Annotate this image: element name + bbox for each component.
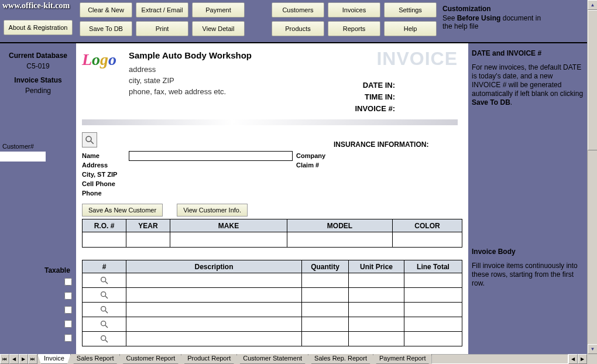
svg-point-4 (101, 292, 106, 297)
tab-product-report[interactable]: Product Report (181, 354, 237, 364)
svg-line-1 (91, 141, 94, 144)
date-labels: DATE IN: TIME IN: INVOICE #: (355, 80, 395, 115)
table-row (83, 273, 462, 288)
svg-point-6 (101, 307, 106, 311)
customer-search-icon[interactable] (82, 132, 97, 147)
left-panel: Current Database C5-019 Invoice Status P… (0, 43, 76, 107)
col-ro: R.O. # (83, 219, 126, 232)
customer-fields: Name Address City, ST ZIP Cell Phone Pho… (82, 151, 117, 198)
taxable-check-4[interactable] (64, 320, 72, 328)
invoices-button[interactable]: Invoices (328, 2, 380, 18)
taxable-label: Taxable (44, 266, 70, 274)
view-detail-button[interactable]: View Detail (192, 21, 245, 36)
col-price: Unit Price (349, 260, 404, 273)
svg-point-10 (101, 336, 106, 341)
svg-point-0 (86, 136, 91, 142)
table-row (83, 303, 462, 317)
scroll-left-icon[interactable]: ◀ (568, 354, 578, 364)
vertical-scrollbar[interactable]: ▲ ▼ (587, 0, 597, 354)
svg-line-7 (105, 311, 108, 313)
sheet-prev-icon[interactable]: ◀ (9, 354, 19, 364)
svg-point-2 (101, 277, 106, 282)
insurance-header: INSURANCE INFORMATION: (334, 140, 428, 149)
sheet-first-icon[interactable]: ⏮ (0, 354, 9, 364)
invoice-status-value: Pending (2, 87, 74, 95)
sheet-tabs: Invoice Sales Report Customer Report Pro… (37, 354, 431, 364)
svg-point-8 (101, 321, 106, 326)
col-color: COLOR (393, 219, 462, 232)
scroll-thumb[interactable] (588, 10, 597, 150)
reports-button[interactable]: Reports (328, 21, 380, 36)
company-name: Sample Auto Body Workshop (129, 50, 252, 60)
item-search-icon[interactable] (83, 273, 126, 288)
col-year: YEAR (126, 219, 170, 232)
col-make: MAKE (170, 219, 287, 232)
tab-sales-rep-report[interactable]: Sales Rep. Report (308, 354, 373, 364)
tab-customer-report[interactable]: Customer Report (119, 354, 181, 364)
tab-invoice[interactable]: Invoice (37, 354, 71, 364)
tab-sales-report[interactable]: Sales Report (70, 354, 121, 364)
right-help-panel: DATE and INVOICE # For new invoices, the… (468, 43, 587, 305)
logo-icon: Logo (82, 50, 123, 91)
current-db-value: C5-019 (2, 62, 74, 70)
customization-help: Customization See Before Using document … (440, 2, 551, 40)
svg-line-9 (105, 325, 108, 328)
col-model: MODEL (287, 219, 393, 232)
corner (587, 354, 597, 364)
taxable-check-2[interactable] (64, 292, 72, 300)
hscroll-track[interactable] (431, 354, 568, 364)
svg-line-11 (105, 340, 108, 342)
svg-line-3 (105, 281, 108, 284)
scroll-up-icon[interactable]: ▲ (588, 0, 597, 10)
tab-payment-report[interactable]: Payment Report (373, 354, 432, 364)
item-search-icon[interactable] (83, 288, 126, 303)
customer-number-input[interactable] (0, 152, 46, 162)
save-to-db-button[interactable]: Save To DB (80, 21, 132, 36)
sheet-last-icon[interactable]: ⏭ (28, 354, 37, 364)
invoice-status-label: Invoice Status (2, 76, 74, 84)
col-num: # (83, 260, 126, 273)
col-qty: Quantity (302, 260, 349, 273)
print-button[interactable]: Print (136, 21, 188, 36)
table-row (83, 317, 462, 332)
help-button[interactable]: Help (384, 21, 437, 36)
url-bar: www.office-kit.com (2, 1, 70, 11)
view-customer-info-button[interactable]: View Customer Info. (177, 204, 248, 217)
taxable-check-1[interactable] (64, 278, 72, 286)
taxable-check-5[interactable] (64, 334, 72, 342)
scroll-down-icon[interactable]: ▼ (588, 344, 597, 354)
save-as-new-customer-button[interactable]: Save As New Customer (82, 204, 163, 217)
products-button[interactable]: Products (272, 21, 324, 36)
items-table: # Description Quantity Unit Price Line T… (82, 260, 462, 346)
scroll-right-icon[interactable]: ▶ (578, 354, 587, 364)
invoice-sheet: Logo Sample Auto Body Workshop address c… (76, 43, 468, 354)
payment-button[interactable]: Payment (192, 2, 245, 18)
col-total: Line Total (404, 260, 462, 273)
current-db-label: Current Database (2, 51, 74, 60)
settings-button[interactable]: Settings (384, 2, 437, 18)
table-row (83, 332, 462, 346)
insurance-fields: Company Claim # (296, 151, 325, 170)
gradient-divider (82, 119, 458, 125)
svg-line-5 (105, 296, 108, 298)
customer-name-input[interactable] (129, 151, 293, 161)
vehicle-table: R.O. # YEAR MAKE MODEL COLOR (82, 219, 462, 248)
extract-email-button[interactable]: Extract / Email (136, 2, 188, 18)
tab-customer-statement[interactable]: Customer Statement (236, 354, 308, 364)
sheet-next-icon[interactable]: ▶ (19, 354, 28, 364)
item-search-icon[interactable] (83, 332, 126, 346)
clear-new-button[interactable]: Clear & New (80, 2, 132, 18)
col-desc: Description (126, 260, 302, 273)
item-search-icon[interactable] (83, 303, 126, 317)
invoice-title: INVOICE (376, 48, 458, 70)
taxable-checkboxes (64, 278, 72, 342)
customers-button[interactable]: Customers (272, 2, 324, 18)
company-info: Sample Auto Body Workshop address city, … (129, 50, 252, 97)
item-search-icon[interactable] (83, 317, 126, 332)
horizontal-scrollbar: ⏮ ◀ ▶ ⏭ Invoice Sales Report Customer Re… (0, 354, 587, 364)
customer-number-label: Customer# (2, 143, 34, 150)
about-registration-button[interactable]: About & Registration (4, 20, 73, 35)
taxable-check-3[interactable] (64, 306, 72, 314)
table-row (83, 288, 462, 303)
top-toolbar: Clear & New Save To DB Extract / Email P… (76, 0, 587, 42)
